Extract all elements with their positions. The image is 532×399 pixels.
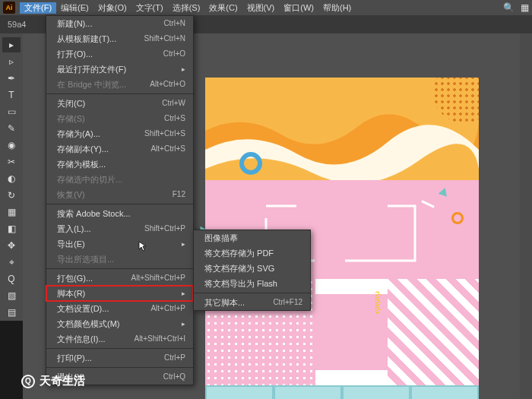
menu-item[interactable]: 导出(E)▸ [46, 236, 193, 252]
artwork-section-4 [205, 385, 479, 399]
menu-窗口[interactable]: 窗口(W) [279, 2, 318, 14]
menu-item[interactable]: 打印(P)...Ctrl+P [46, 350, 193, 366]
menu-item[interactable]: 从模板新建(T)...Shift+Ctrl+N [46, 31, 193, 46]
right-panel-strip [520, 33, 532, 399]
ring-shape [239, 152, 262, 175]
tool-12[interactable]: ✥ [2, 238, 21, 253]
tool-1[interactable]: ▹ [2, 54, 21, 69]
chevron-right-icon: ▸ [182, 288, 185, 299]
stripe-background [388, 279, 479, 385]
app-frame: Ai 文件(F)编辑(E)对象(O)文字(T)选择(S)效果(C)视图(V)窗口… [0, 0, 532, 399]
menu-item: 存储(S)Ctrl+S [46, 111, 193, 126]
menu-文件[interactable]: 文件(F) [20, 2, 56, 14]
chevron-right-icon: ▸ [182, 64, 185, 74]
menubar: Ai 文件(F)编辑(E)对象(O)文字(T)选择(S)效果(C)视图(V)窗口… [0, 0, 532, 15]
menu-item[interactable]: 置入(L)...Shift+Ctrl+P [46, 221, 193, 236]
menu-item[interactable]: 文档设置(D)...Alt+Ctrl+P [46, 301, 193, 316]
watermark: Q 天奇生活 [21, 374, 85, 388]
menu-item[interactable]: 打包(G)...Alt+Shift+Ctrl+P [46, 271, 193, 286]
menu-对象[interactable]: 对象(O) [93, 2, 131, 14]
tool-9[interactable]: ↻ [2, 188, 21, 203]
menu-item: 在 Bridge 中浏览...Alt+Ctrl+O [46, 77, 193, 92]
triangle-icon [439, 186, 450, 197]
menu-item[interactable]: 新建(N)...Ctrl+N [46, 16, 193, 31]
menu-效果[interactable]: 效果(C) [204, 2, 242, 14]
app-logo: Ai [3, 2, 15, 14]
submenu-item[interactable]: 图像描摹 [194, 230, 310, 245]
submenu-item[interactable]: 将文档存储为 SVG [194, 261, 310, 276]
tool-10[interactable]: ▦ [2, 204, 21, 220]
menu-item[interactable]: 文档颜色模式(M)▸ [46, 316, 193, 331]
tool-13[interactable]: ⌖ [2, 255, 21, 270]
menubar-right-icons: 🔍 ▦ [503, 2, 529, 13]
menu-item[interactable]: 存储为模板... [46, 157, 193, 172]
tool-0[interactable]: ▸ [2, 37, 21, 52]
menu-编辑[interactable]: 编辑(E) [56, 2, 93, 14]
circle-icon [451, 212, 464, 224]
menu-item[interactable]: 搜索 Adobe Stock... [46, 206, 193, 221]
tool-16[interactable]: ▤ [2, 305, 21, 320]
chevron-right-icon: ▸ [182, 239, 185, 249]
zigzag-decoration: ᔔᔔᔔ [373, 291, 383, 314]
menu-item[interactable]: 打开(O)...Ctrl+O [46, 46, 193, 62]
tool-8[interactable]: ◐ [2, 171, 21, 186]
file-menu-dropdown: 新建(N)...Ctrl+N从模板新建(T)...Shift+Ctrl+N打开(… [46, 15, 194, 385]
menu-选择[interactable]: 选择(S) [168, 2, 205, 14]
cursor-icon [138, 241, 149, 255]
submenu-item[interactable]: 其它脚本...Ctrl+F12 [194, 295, 310, 310]
tool-4[interactable]: ▭ [2, 104, 21, 119]
menu-视图[interactable]: 视图(V) [242, 2, 280, 14]
menu-item[interactable]: 文件信息(I)...Alt+Shift+Ctrl+I [46, 331, 193, 347]
tool-14[interactable]: Q [2, 271, 21, 287]
menu-item: 导出所选项目... [46, 252, 193, 267]
menu-item[interactable]: 存储副本(Y)...Alt+Ctrl+S [46, 141, 193, 157]
menu-帮助[interactable]: 帮助(H) [318, 2, 356, 14]
tools-panel: ▸▹✒T▭✎◉✂◐↻▦◧✥⌖Q▧▤ [0, 33, 23, 321]
document-tab[interactable]: 59a4 [8, 20, 26, 29]
tool-2[interactable]: ✒ [2, 71, 21, 86]
menu-item[interactable]: 关闭(C)Ctrl+W [46, 96, 193, 111]
tool-15[interactable]: ▧ [2, 288, 21, 303]
layout-icon[interactable]: ▦ [521, 2, 529, 13]
menu-item[interactable]: 脚本(R)▸ [46, 286, 193, 301]
tool-6[interactable]: ◉ [2, 138, 21, 153]
menu-item: 存储选中的切片... [46, 172, 193, 187]
line-shape [421, 200, 435, 207]
chevron-right-icon: ▸ [182, 318, 185, 329]
scripts-submenu: 图像描摹将文档存储为 PDF将文档存储为 SVG将文档导出为 Flash其它脚本… [193, 230, 311, 311]
menu-文字[interactable]: 文字(T) [131, 2, 168, 14]
tool-5[interactable]: ✎ [2, 121, 21, 136]
search-icon[interactable]: 🔍 [503, 2, 515, 13]
menu-item[interactable]: 存储为(A)...Shift+Ctrl+S [46, 126, 193, 141]
tool-7[interactable]: ✂ [2, 154, 21, 169]
submenu-item[interactable]: 将文档导出为 Flash [194, 276, 310, 291]
watermark-text: 天奇生活 [40, 374, 85, 388]
artwork-section-1 [205, 78, 479, 180]
submenu-item[interactable]: 将文档存储为 PDF [194, 245, 310, 261]
tool-3[interactable]: T [2, 87, 21, 103]
tool-11[interactable]: ◧ [2, 221, 21, 236]
menu-item[interactable]: 最近打开的文件(F)▸ [46, 62, 193, 77]
menu-item: 恢复(V)F12 [46, 187, 193, 202]
watermark-icon: Q [21, 375, 35, 388]
